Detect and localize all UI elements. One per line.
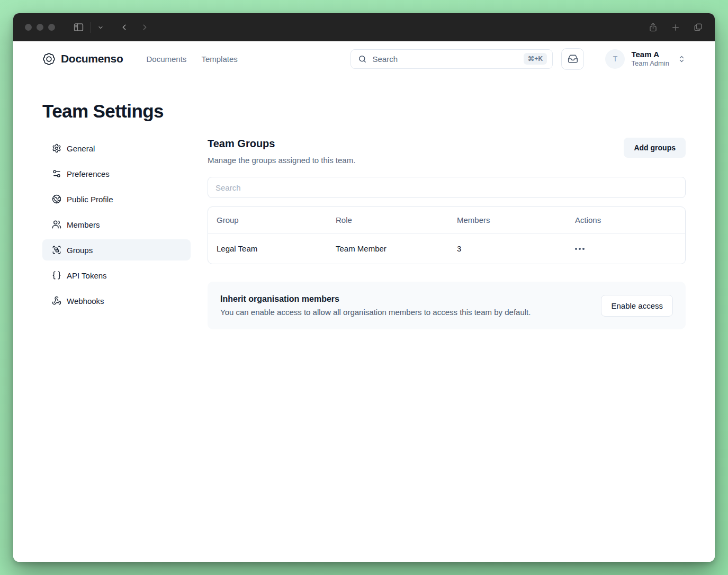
global-search-input[interactable] bbox=[372, 55, 518, 64]
sidebar-item-preferences[interactable]: Preferences bbox=[42, 163, 191, 184]
search-shortcut-badge: ⌘+K bbox=[524, 53, 547, 65]
column-header-members: Members bbox=[457, 215, 575, 224]
sidebar-item-label: Members bbox=[67, 220, 100, 229]
section-subtitle: Manage the groups assigned to this team. bbox=[208, 156, 355, 165]
inbox-button[interactable] bbox=[561, 48, 584, 70]
share-icon[interactable] bbox=[648, 22, 658, 32]
column-header-group: Group bbox=[217, 215, 336, 224]
group-frame-icon bbox=[52, 245, 61, 255]
nav-templates[interactable]: Templates bbox=[201, 55, 237, 64]
close-window-button[interactable] bbox=[25, 24, 32, 31]
sidebar-item-general[interactable]: General bbox=[42, 138, 191, 159]
users-icon bbox=[52, 220, 61, 229]
top-nav: Documents Templates bbox=[147, 55, 238, 64]
webhook-icon bbox=[52, 296, 61, 306]
titlebar-divider bbox=[91, 22, 91, 33]
team-groups-panel: Team Groups Manage the groups assigned t… bbox=[208, 138, 686, 329]
brand-name: Documenso bbox=[61, 52, 123, 65]
search-icon bbox=[358, 55, 367, 64]
column-header-role: Role bbox=[336, 215, 457, 224]
account-menu[interactable]: T Team A Team Admin bbox=[605, 49, 686, 69]
sidebar-item-api-tokens[interactable]: API Tokens bbox=[42, 265, 191, 286]
global-search[interactable]: ⌘+K bbox=[350, 49, 553, 69]
cell-role: Team Member bbox=[336, 244, 457, 253]
nav-documents[interactable]: Documents bbox=[147, 55, 187, 64]
sidebar-item-label: Public Profile bbox=[67, 195, 113, 204]
row-actions-ellipsis-icon[interactable] bbox=[575, 248, 588, 250]
chevrons-up-down-icon bbox=[678, 55, 686, 63]
app-header: Documenso Documents Templates ⌘+K T bbox=[42, 48, 686, 70]
documenso-logo[interactable]: Documenso bbox=[42, 52, 123, 66]
account-role: Team Admin bbox=[631, 59, 669, 68]
new-tab-icon[interactable] bbox=[671, 23, 680, 32]
back-button[interactable] bbox=[120, 23, 129, 32]
settings-sidebar: General Preferences Public Profile bbox=[42, 138, 191, 329]
inherit-members-card: Inherit organisation members You can ena… bbox=[208, 282, 686, 329]
groups-table: Group Role Members Actions Legal Team Te… bbox=[208, 206, 686, 264]
enable-access-button[interactable]: Enable access bbox=[601, 295, 673, 317]
sidebar-item-public-profile[interactable]: Public Profile bbox=[42, 188, 191, 210]
sliders-icon bbox=[52, 169, 61, 178]
documenso-rosette-icon bbox=[42, 52, 56, 66]
forward-button[interactable] bbox=[140, 23, 149, 32]
zoom-window-button[interactable] bbox=[48, 24, 55, 31]
sidebar-item-label: General bbox=[67, 144, 95, 153]
app-page: Documenso Documents Templates ⌘+K T bbox=[13, 41, 715, 562]
column-header-actions: Actions bbox=[575, 215, 685, 224]
inbox-icon bbox=[568, 53, 578, 64]
cell-group-name: Legal Team bbox=[217, 244, 336, 253]
inherit-card-description: You can enable access to allow all organ… bbox=[220, 308, 531, 317]
sidebar-item-label: API Tokens bbox=[67, 271, 107, 280]
account-name: Team A bbox=[631, 50, 669, 59]
sidebar-item-label: Webhooks bbox=[67, 297, 104, 306]
minimize-window-button[interactable] bbox=[37, 24, 43, 31]
inherit-card-title: Inherit organisation members bbox=[220, 294, 531, 304]
globe-icon bbox=[52, 194, 61, 204]
add-groups-button[interactable]: Add groups bbox=[624, 138, 686, 158]
table-header-row: Group Role Members Actions bbox=[208, 207, 685, 233]
sidebar-item-webhooks[interactable]: Webhooks bbox=[42, 290, 191, 311]
section-title: Team Groups bbox=[208, 138, 355, 150]
sidebar-item-label: Groups bbox=[67, 246, 93, 255]
sidebar-item-members[interactable]: Members bbox=[42, 214, 191, 235]
braces-icon bbox=[52, 271, 61, 280]
sidebar-item-label: Preferences bbox=[67, 169, 110, 178]
chevron-down-icon[interactable] bbox=[97, 24, 104, 31]
page-title: Team Settings bbox=[42, 101, 686, 122]
browser-titlebar bbox=[13, 13, 715, 41]
table-row: Legal Team Team Member 3 bbox=[208, 233, 685, 264]
sidebar-item-groups[interactable]: Groups bbox=[42, 239, 191, 260]
browser-window: Documenso Documents Templates ⌘+K T bbox=[13, 13, 715, 562]
tab-overview-icon[interactable] bbox=[693, 22, 703, 32]
groups-filter-input[interactable] bbox=[208, 177, 686, 198]
avatar: T bbox=[605, 49, 625, 69]
sidebar-toggle-icon[interactable] bbox=[73, 22, 84, 33]
traffic-lights[interactable] bbox=[25, 24, 55, 31]
cell-members-count: 3 bbox=[457, 244, 575, 253]
gear-icon bbox=[52, 143, 61, 153]
